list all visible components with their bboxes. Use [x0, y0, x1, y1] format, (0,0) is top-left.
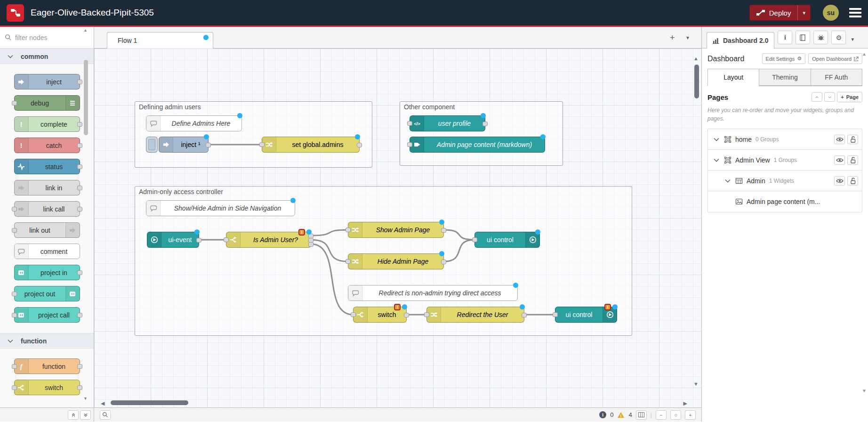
canvas-scroll-up-icon[interactable]: ▲: [693, 56, 699, 61]
node-input-port[interactable]: [12, 313, 17, 317]
canvas-scroll-right-icon[interactable]: ▶: [683, 401, 687, 406]
node-output-port[interactable]: [206, 143, 211, 147]
node-set-global-admins-n-set[interactable]: set global.admins: [262, 137, 360, 153]
palette-filter-input[interactable]: [15, 34, 81, 41]
tab-info-button[interactable]: i: [778, 31, 792, 44]
tree-row-admin-page-content-m[interactable]: Admin page content (m...: [708, 191, 862, 212]
tab-help-button[interactable]: [796, 31, 810, 44]
node-output-port[interactable]: [77, 207, 82, 212]
node-output-port[interactable]: [522, 313, 527, 317]
page-move-up-button[interactable]: [812, 92, 822, 102]
node-input-port[interactable]: [12, 364, 17, 369]
add-flow-button[interactable]: +: [670, 33, 675, 43]
lock-toggle-button[interactable]: [847, 176, 858, 186]
node-hide-admin-page-n-hide[interactable]: Hide Admin Page: [348, 253, 444, 269]
visibility-toggle-button[interactable]: [834, 135, 845, 144]
palette-node-complete[interactable]: !complete: [14, 116, 80, 132]
palette-node-link-in[interactable]: link in: [14, 180, 80, 195]
notices-icon[interactable]: i: [599, 411, 606, 418]
node-input-port[interactable]: [424, 312, 429, 317]
palette-node-link-out[interactable]: link out: [14, 222, 80, 238]
node-output-port[interactable]: [357, 143, 362, 147]
tab-layout[interactable]: Layout: [707, 69, 759, 86]
palette-scrollbar-thumb[interactable]: [84, 60, 88, 135]
deploy-options-caret[interactable]: ▾: [797, 5, 810, 20]
flow-group-other-component[interactable]: Other component: [400, 101, 563, 166]
node-output-port[interactable]: [77, 122, 82, 127]
tab-dashboard-2[interactable]: Dashboard 2.0: [707, 32, 774, 49]
flow-canvas[interactable]: ▲ ▼ ◀ ▶ Defining admin usersOther compon…: [94, 49, 701, 407]
zoom-reset-button[interactable]: ○: [670, 410, 681, 420]
node-input-port[interactable]: [12, 207, 17, 212]
zoom-in-button[interactable]: +: [685, 410, 696, 420]
node-input-port[interactable]: [351, 312, 356, 317]
palette-scroll-up-icon[interactable]: ▲: [83, 28, 88, 33]
tab-debug-button[interactable]: [813, 31, 828, 44]
palette-node-status[interactable]: status: [14, 159, 80, 174]
user-avatar[interactable]: su: [823, 5, 839, 21]
node-output-port[interactable]: [196, 238, 201, 243]
palette-node-inject[interactable]: inject: [14, 74, 80, 89]
node-switch-n-switch[interactable]: switch!: [353, 307, 407, 323]
zoom-out-button[interactable]: −: [656, 410, 667, 420]
node-ui-control-n-uictl2[interactable]: ui control!: [555, 307, 617, 323]
sidebar-scroll-down-icon[interactable]: ▼: [862, 388, 867, 393]
tab-flow-1[interactable]: Flow 1: [107, 32, 213, 49]
node-ui-event-n-uievent[interactable]: ui-event: [147, 232, 199, 248]
flow-group-defining-admin-users[interactable]: Defining admin users: [135, 101, 372, 168]
canvas-scroll-down-icon[interactable]: ▼: [693, 382, 699, 387]
palette-node-comment[interactable]: comment: [14, 244, 80, 259]
palette-node-debug[interactable]: debug: [14, 95, 80, 111]
minimap-toggle-button[interactable]: [636, 410, 647, 420]
node-output-port[interactable]: [441, 228, 446, 233]
warnings-icon[interactable]: !: [617, 412, 625, 418]
tab-theming[interactable]: Theming: [759, 69, 811, 86]
palette-node-project-out[interactable]: project out: [14, 286, 80, 301]
palette-node-project-in[interactable]: project in: [14, 265, 80, 280]
tree-row-home[interactable]: home0 Groups: [708, 129, 862, 150]
flow-list-caret[interactable]: ▾: [686, 34, 689, 41]
palette-node-catch[interactable]: !catch: [14, 138, 80, 153]
visibility-toggle-button[interactable]: [834, 176, 845, 186]
node-output-port[interactable]: [77, 80, 82, 84]
main-menu-button[interactable]: [849, 8, 861, 17]
node-output-port[interactable]: [441, 260, 446, 264]
node-inject-n-inject[interactable]: inject ¹: [159, 137, 209, 153]
palette-collapse-all-button[interactable]: [68, 410, 79, 420]
node-define-admins-here-c1[interactable]: Define Admins Here: [146, 115, 242, 131]
node-input-port[interactable]: [407, 121, 412, 126]
node-output-port[interactable]: [77, 186, 82, 190]
node-output-port[interactable]: [77, 143, 82, 148]
lock-toggle-button[interactable]: [847, 135, 858, 144]
node-input-port[interactable]: [259, 142, 265, 147]
node-output-port[interactable]: [77, 364, 82, 369]
palette-category-function[interactable]: function: [0, 333, 94, 349]
tab-config-button[interactable]: ⚙: [831, 31, 846, 44]
palette-scroll-down-icon[interactable]: ▼: [83, 396, 88, 401]
tab-ff-auth[interactable]: FF Auth: [811, 69, 862, 86]
node-show-admin-page-n-show[interactable]: Show Admin Page: [348, 222, 444, 238]
chevron-down-icon[interactable]: [713, 156, 720, 164]
node-input-port[interactable]: [407, 142, 412, 147]
page-move-down-button[interactable]: [824, 92, 835, 102]
node-output-port[interactable]: [77, 270, 82, 275]
node-input-port[interactable]: [12, 101, 17, 106]
lock-toggle-button[interactable]: [847, 155, 858, 165]
node-admin-page-content-markdown-n-md[interactable]: Admin page content (markdown): [410, 137, 545, 153]
node-input-port[interactable]: [553, 312, 558, 317]
canvas-vertical-scrollbar[interactable]: ▲ ▼: [693, 49, 700, 407]
palette-node-link-call[interactable]: link call: [14, 201, 80, 217]
node-input-port[interactable]: [224, 237, 229, 242]
node-output-port[interactable]: [77, 313, 82, 317]
open-dashboard-button[interactable]: Open Dashboard: [808, 53, 862, 64]
node-output-port[interactable]: [77, 385, 82, 390]
tree-row-admin-view[interactable]: Admin View1 Groups: [708, 150, 862, 171]
node-output-port[interactable]: [308, 242, 313, 247]
node-input-port[interactable]: [346, 259, 351, 264]
chevron-down-icon[interactable]: [713, 136, 720, 143]
canvas-horizontal-scrollbar[interactable]: ◀ ▶: [94, 399, 701, 407]
node-input-port[interactable]: [12, 292, 17, 296]
palette-node-function[interactable]: ffunction: [14, 358, 80, 374]
tree-row-admin[interactable]: Admin1 Widgets: [708, 171, 862, 191]
canvas-search-button[interactable]: [100, 410, 111, 420]
